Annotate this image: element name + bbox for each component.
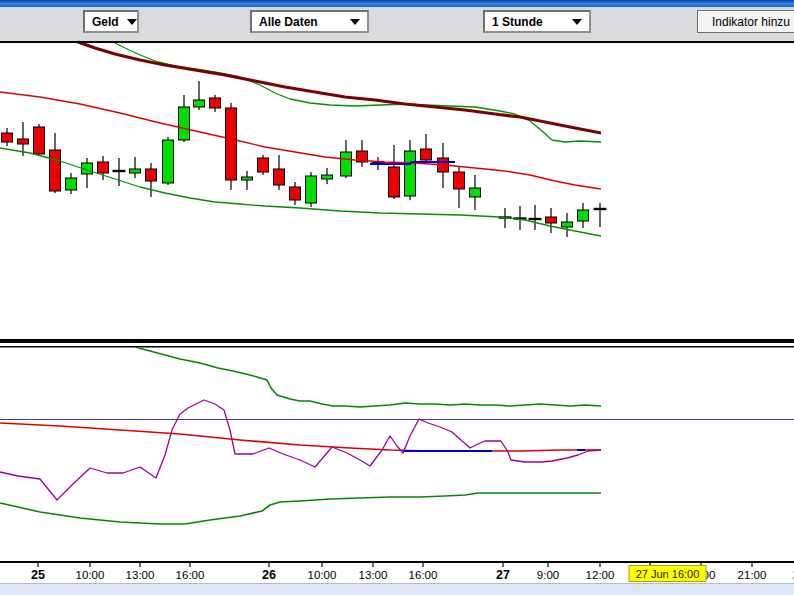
candle-body [179, 107, 190, 140]
axis-tick-label: 21:00 [738, 569, 767, 581]
slow-ma-line [78, 42, 601, 133]
candle-body [226, 108, 237, 180]
axis-date-highlight: 27 Jun 16:00 [629, 566, 706, 582]
oscillator-lower-band-line [0, 493, 601, 524]
candle-body [578, 210, 589, 221]
axis-tick-label: 25 [31, 568, 45, 582]
candle-body [274, 169, 285, 185]
down-candle [546, 208, 557, 233]
down-candle [389, 145, 400, 199]
candle-body [50, 150, 61, 191]
up-candle [562, 213, 573, 237]
candle-body [306, 176, 317, 203]
candle-body [163, 140, 174, 183]
up-candle [578, 203, 589, 228]
panel-border-3 [0, 561, 794, 563]
indicator-panel [0, 347, 794, 524]
app-window: Geld Alle Daten 1 Stunde Indikator hinzu… [0, 0, 794, 595]
candle-body [470, 188, 481, 197]
axis-tick-label: 12:00 [586, 569, 615, 581]
time-axis: 2510:0013:0016:002610:0013:0016:00279:00… [31, 562, 794, 582]
candle-body [341, 152, 352, 176]
axis-tick-label: 10:00 [76, 569, 105, 581]
axis-tick-label: 26 [262, 568, 276, 582]
down-candle [454, 166, 465, 208]
doji-candle [514, 206, 527, 230]
down-candle [146, 163, 157, 197]
oscillator-main-line [0, 400, 601, 500]
axis-tick-label: 16:00 [409, 569, 438, 581]
up-candle [194, 81, 205, 110]
candle-body [146, 169, 157, 181]
axis-tick-label: 10:00 [308, 569, 337, 581]
up-candle [405, 140, 416, 200]
down-candle [50, 133, 61, 193]
candle-body [210, 98, 221, 108]
axis-tick-label: 13:00 [126, 569, 155, 581]
up-candle [163, 137, 174, 185]
candle-body [242, 177, 253, 180]
candle-body [421, 149, 432, 160]
candle-body [66, 178, 77, 190]
down-candle [34, 124, 45, 156]
candle-body [130, 169, 141, 173]
up-candle [179, 95, 190, 142]
candle-body [322, 175, 333, 179]
axis-highlight-label: 27 Jun 16:00 [636, 568, 700, 580]
up-candle [130, 157, 141, 178]
panel-border-0 [0, 41, 794, 43]
price-overlays [0, 42, 601, 236]
candle-body [34, 127, 45, 154]
chart-svg[interactable]: 2510:0013:0016:002610:0013:0016:00279:00… [0, 0, 794, 595]
down-candle [210, 95, 221, 112]
axis-tick-label: 9:00 [537, 569, 559, 581]
candle-body [2, 133, 13, 142]
oscillator-upper-band-line [135, 347, 601, 407]
candle-body [258, 158, 269, 172]
candlestick-series [2, 81, 607, 237]
up-candle [306, 172, 317, 207]
axis-tick-label: 27 [496, 568, 510, 582]
down-candle [421, 134, 432, 163]
candle-body [290, 187, 301, 200]
candle-body [98, 162, 109, 173]
panel-border-2 [0, 346, 794, 348]
candle-body [389, 167, 400, 197]
down-candle [357, 140, 368, 167]
up-candle [242, 171, 253, 190]
candle-body [194, 100, 205, 107]
up-candle [82, 158, 93, 188]
down-candle [290, 182, 301, 205]
doji-candle [594, 203, 607, 227]
up-candle [470, 175, 481, 210]
candle-body [546, 217, 557, 223]
down-candle [2, 128, 13, 146]
down-candle [226, 103, 237, 190]
down-candle [258, 155, 269, 175]
axis-tick-label: 16:00 [176, 569, 205, 581]
down-candle [274, 155, 285, 190]
up-candle [322, 168, 333, 184]
doji-candle [529, 205, 542, 230]
candle-body [18, 139, 29, 144]
axis-tick-label: 13:00 [359, 569, 388, 581]
panel-border-1 [0, 339, 794, 343]
status-strip [0, 583, 794, 595]
up-candle [66, 173, 77, 194]
candle-body [405, 151, 416, 196]
candle-body [454, 172, 465, 189]
candle-body [562, 222, 573, 227]
oscillator-signal-line [0, 423, 601, 451]
